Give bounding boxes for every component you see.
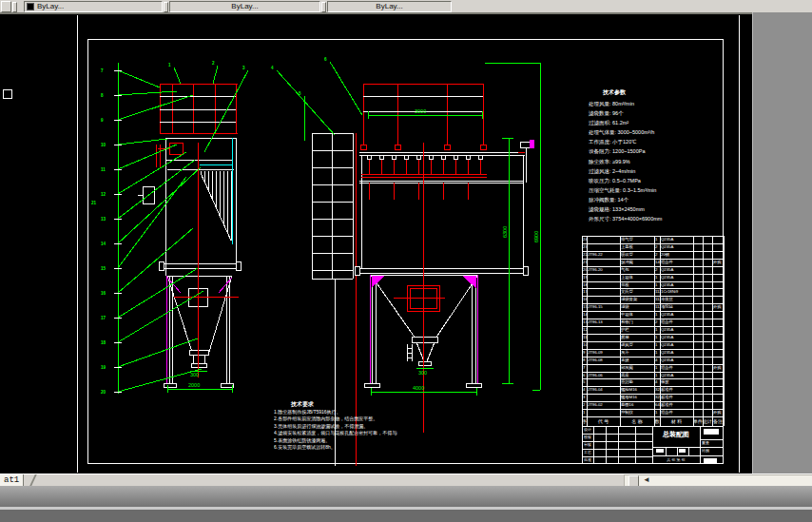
bom-cell: 外购 [712,364,725,372]
layout-tab-strip: at1 ◄ [0,474,812,487]
tech-param-line: 滤袋规格: 133×2450mm [589,204,731,214]
balloon-number: 11 [101,167,106,172]
balloon-number: 19 [101,365,106,370]
bom-cell: 外购 [712,303,725,311]
bom-cell: JT96-22 [587,251,621,259]
dimension-lines [118,62,540,396]
balloon-number: 13 [101,217,106,222]
balloon-number: 16 [101,291,106,296]
bom-cell: 冷拔丝 [660,296,694,303]
bom-cell: 底座 [620,372,655,379]
balloon-number: 7 [101,68,104,73]
signature-blob [656,449,664,453]
bom-cell: 7 [582,364,588,372]
balloon-number: 14 [101,242,106,246]
filter-bags [201,171,231,241]
bom-cell: JT96-08 [587,357,621,364]
tech-param-line: 外形尺寸: 3754×4000×6900mm [589,214,731,223]
bom-cell: Q235A [660,334,694,341]
bom-cell: 组合件 [660,259,694,266]
bom-cell: 组合件 [660,364,694,372]
balloon-number: 12 [101,192,106,197]
status-area [0,486,812,507]
label-check: 校核 [584,434,591,441]
bom-cell: 1Cr18Ni9 [660,288,694,296]
bom-cell: 标准件 [660,386,694,394]
bom-cell: JT96-06 [587,372,621,379]
tech-param-line: 工作温度: 小于120℃ [589,137,731,146]
dimension-texts: 2000 300 3000 4000 300 6300 6900 [188,108,539,391]
bom-cell: 组合件 [660,319,694,326]
bom-cell: 1 [582,409,588,416]
window-side-area [752,12,812,474]
bom-cell: 排气管 [620,236,655,243]
bom-cell: Q235A [660,357,694,364]
tech-param-line: 设备阻力: 1200~1500Pa [589,146,731,156]
bom-cell: 控制仪 [620,409,655,416]
bom-cell: Q235A [660,274,694,281]
tech-params-list: 处理风量: 80m³/min滤袋数量: 96个过滤面积: 61.2m²处理气体量… [589,99,731,223]
balloon-number: 18 [101,340,106,345]
scroll-left-arrow-icon[interactable]: ◄ [642,475,651,485]
balloon-number: 1 [168,63,171,68]
bom-header-cell: 单件 [693,416,703,426]
tech-note-line: 4.滤袋安装松紧适度，袋口与花板孔配合密封可靠，不得与相邻件摩擦。 [274,430,397,436]
bom-cell: 12 [582,326,588,334]
bom-cell: Q235A [660,266,694,274]
balloon-number: 5 [299,91,301,96]
tech-param-line: 过滤风速: 2~4m/min [589,166,731,176]
dim-height2: 6900 [533,231,539,242]
balloon-number: 15 [101,266,106,271]
dim-spout: 300 [418,370,427,376]
balloon-number: 9 [101,118,104,123]
bottom-bar [0,510,812,522]
bom-cell: 24 [582,236,588,243]
bom-cell: 14 [582,311,588,319]
bom-cell: 喷吹管 [620,251,655,259]
balloon-number: 10 [101,143,106,147]
bom-cell: 螺母M16 [620,394,655,401]
signature-blob [704,429,719,435]
bom-cell: 花板 [620,281,655,289]
bom-cell: 滤袋骨架 [620,296,655,303]
bom-cell: Q235A [660,236,694,243]
bom-cell: JT96-13 [587,319,621,326]
bom-cell: Q235A [660,243,694,251]
bom-header-cell: 代 号 [587,416,620,426]
tech-param-line: 喷吹压力: 0.5~0.7MPa [589,176,731,185]
bom-cell: 滤袋 [620,303,655,311]
dim-left-bottom: 2000 [188,382,200,388]
bom-cell: 11 [582,334,588,341]
bom-cell: 气包 [620,266,655,274]
bom-cell: 螺栓M16 [620,386,655,394]
tech-param-line: 脉冲阀数量: 14个 [589,195,731,204]
bom-cell: Q235A [660,341,694,349]
bom-cell: 进风管 [620,341,655,349]
label-design: 设计 [584,426,591,434]
tech-param-line: 除尘效率: ≥99.9% [589,157,731,166]
bom-cell: 上箱体 [620,274,655,281]
balloon-number: 4 [271,66,274,70]
bom-header-cell: 备注 [712,416,724,426]
bom-cell: 中箱体 [620,311,655,319]
bom-cell: 19 [582,274,588,281]
tech-note-line: 1.除尘器制作按JB/T5916执行。 [274,409,397,416]
bom-cell: JT96-04 [587,386,621,394]
bom-cell: 外购 [712,259,725,266]
bom-cell: 23 [582,243,588,251]
balloon-numbers: 123456789101112131415161718192021 [91,57,327,395]
bom-cell: JT96-20 [587,266,621,274]
bom-cell: 垫圈16 [620,401,655,409]
bom-cell: JT96-15 [587,303,621,311]
bom-cell: 检修门 [620,319,655,326]
tech-notes-title: 技术要求 [291,400,314,409]
bom-cell: 灰斗 [620,349,655,357]
signature-blob [704,458,717,463]
bom-cell: 18 [582,281,588,289]
balloon-number: 20 [101,390,106,395]
bom-cell: 3 [582,394,588,401]
tech-param-line: 处理气体量: 3000~5000m³/h [589,127,731,137]
bom-table: 24排气管1Q235A23上盖板2Q235A22JT96-22喷吹管220钢21… [582,236,724,426]
bom-cell: 外购 [712,409,725,416]
tech-param-line: 滤袋数量: 96个 [589,108,731,118]
